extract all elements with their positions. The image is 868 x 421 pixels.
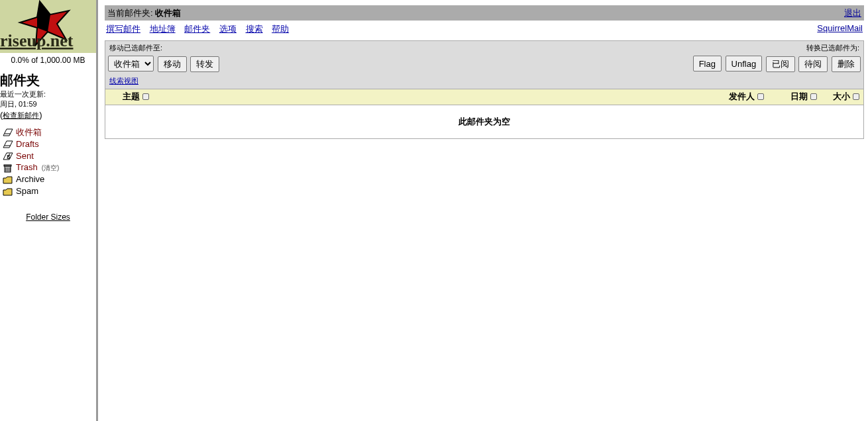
toolbar-right-controls: Flag Unflag 已阅 待阅 删除	[692, 56, 861, 72]
message-list: 此邮件夹为空	[105, 105, 864, 139]
sidebar: riseup.net 0.0% of 1,000.00 MB 邮件夹 最近一次更…	[0, 0, 98, 421]
last-refresh-label: 最近一次更新:	[0, 89, 96, 99]
menu-compose[interactable]: 撰写邮件	[106, 24, 140, 34]
delete-button[interactable]: 删除	[832, 56, 861, 72]
thread-view-row: 线索视图	[105, 75, 863, 89]
current-folder-name: 收件箱	[155, 8, 181, 18]
titlebar-right: 退出	[844, 7, 861, 19]
svg-marker-3	[3, 129, 13, 136]
inbox-icon	[3, 128, 13, 137]
menubar-right: SquirrelMail	[817, 23, 863, 35]
unflag-button[interactable]: Unflag	[726, 56, 763, 71]
check-mail-wrap: (检查新邮件)	[0, 110, 96, 120]
column-headers: 主题 发件人 日期 大小	[105, 89, 864, 105]
menubar-left: 撰写邮件 地址簿 邮件夹 选项 搜索 帮助	[106, 23, 296, 35]
toolbar-top: 移动已选邮件至: 转换已选邮件为:	[105, 41, 863, 54]
quota-text: 0.0% of 1,000.00 MB	[0, 53, 96, 68]
toolbar-left-controls: 收件箱 移动 转发	[108, 56, 219, 72]
move-target-select[interactable]: 收件箱	[108, 56, 154, 71]
sort-toggle-icon[interactable]	[853, 93, 859, 100]
brand-link[interactable]: SquirrelMail	[817, 23, 863, 33]
folder-spam[interactable]: Spam	[3, 186, 96, 197]
folder-inbox[interactable]: 收件箱	[3, 127, 96, 138]
titlebar: 当前邮件夹: 收件箱 退出	[105, 5, 864, 21]
sort-toggle-icon[interactable]	[810, 93, 817, 100]
col-size[interactable]: 大小	[817, 91, 863, 103]
flag-button[interactable]: Flag	[693, 56, 722, 71]
folder-inbox-label[interactable]: 收件箱	[16, 127, 42, 138]
folder-sent[interactable]: S Sent	[3, 151, 96, 162]
thread-view-link[interactable]: 线索视图	[109, 77, 138, 85]
trash-purge[interactable]: (清空)	[42, 164, 60, 172]
move-button[interactable]: 移动	[158, 56, 187, 72]
svg-text:S: S	[7, 154, 11, 160]
folder-sizes: Folder Sizes	[0, 212, 96, 222]
menu-help[interactable]: 帮助	[272, 24, 289, 34]
folder-archive-label[interactable]: Archive	[16, 174, 44, 185]
drafts-icon	[3, 140, 13, 149]
menu-options[interactable]: 选项	[219, 24, 237, 34]
brand-logo: riseup.net	[0, 0, 98, 53]
toolbar-mid: 收件箱 移动 转发 Flag Unflag 已阅 待阅 删除	[105, 54, 863, 75]
toolbar: 移动已选邮件至: 转换已选邮件为: 收件箱 移动 转发 Flag Unflag …	[105, 40, 864, 89]
trash-icon	[3, 164, 13, 173]
menubar: 撰写邮件 地址簿 邮件夹 选项 搜索 帮助 SquirrelMail	[105, 21, 864, 36]
folder-trash-label[interactable]: Trash	[16, 162, 38, 173]
svg-rect-10	[4, 165, 11, 166]
move-label: 移动已选邮件至:	[109, 43, 162, 53]
sent-icon: S	[3, 152, 13, 161]
folder-sent-label[interactable]: Sent	[16, 151, 34, 162]
current-folder-prefix: 当前邮件夹:	[107, 8, 155, 18]
empty-folder-text: 此邮件夹为空	[105, 105, 863, 138]
menu-folders[interactable]: 邮件夹	[184, 24, 210, 34]
folder-icon	[3, 187, 13, 197]
svg-marker-5	[3, 141, 13, 148]
last-refresh-value: 周日, 01:59	[0, 99, 96, 109]
folder-spam-label[interactable]: Spam	[16, 186, 38, 197]
folder-drafts[interactable]: Drafts	[3, 139, 96, 150]
folder-list: 收件箱 Drafts S Sent Trash (清空) Archive S	[3, 127, 96, 197]
main: 当前邮件夹: 收件箱 退出 撰写邮件 地址簿 邮件夹 选项 搜索 帮助 Squi…	[98, 0, 868, 421]
menu-addresses[interactable]: 地址簿	[150, 24, 176, 34]
app-root: riseup.net 0.0% of 1,000.00 MB 邮件夹 最近一次更…	[0, 0, 868, 421]
read-button[interactable]: 已阅	[766, 56, 795, 72]
sort-toggle-icon[interactable]	[757, 93, 764, 100]
forward-button[interactable]: 转发	[190, 56, 219, 72]
folder-sizes-link[interactable]: Folder Sizes	[26, 212, 70, 222]
titlebar-left: 当前邮件夹: 收件箱	[107, 7, 181, 19]
transform-label: 转换已选邮件为:	[806, 43, 859, 53]
col-date[interactable]: 日期	[771, 91, 817, 103]
unread-button[interactable]: 待阅	[798, 56, 828, 72]
menu-search[interactable]: 搜索	[246, 24, 263, 34]
folder-trash[interactable]: Trash (清空)	[3, 162, 96, 173]
check-mail-link[interactable]: 检查新邮件	[3, 111, 39, 119]
brand-text: riseup.net	[0, 31, 74, 50]
col-from[interactable]: 发件人	[585, 91, 771, 103]
folder-archive[interactable]: Archive	[3, 174, 96, 185]
folder-drafts-label[interactable]: Drafts	[16, 139, 39, 150]
folders-heading: 邮件夹	[0, 68, 96, 89]
signout-link[interactable]: 退出	[844, 8, 861, 18]
col-subject[interactable]: 主题	[123, 91, 585, 103]
folder-icon	[3, 175, 13, 185]
sort-toggle-icon[interactable]	[142, 93, 149, 100]
